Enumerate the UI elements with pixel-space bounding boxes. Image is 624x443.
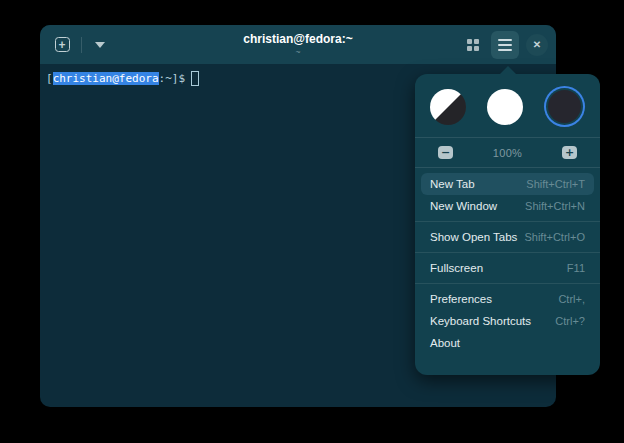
prompt-prefix: [ — [46, 72, 53, 85]
close-icon: ✕ — [533, 39, 541, 50]
menu-item-new-window[interactable]: New Window Shift+Ctrl+N — [421, 195, 594, 217]
hamburger-icon — [498, 39, 512, 41]
zoom-in-button[interactable]: + — [562, 146, 577, 159]
grid-icon — [467, 39, 472, 44]
hamburger-menu-popover: − 100% + New Tab Shift+Ctrl+T New Window… — [415, 74, 600, 375]
menu-list: New Tab Shift+Ctrl+T New Window Shift+Ct… — [415, 168, 600, 362]
style-switcher — [415, 74, 600, 137]
tab-list-chevron-button[interactable] — [95, 42, 105, 48]
prompt-selected-text: christian@fedora — [53, 72, 159, 85]
menu-item-new-tab[interactable]: New Tab Shift+Ctrl+T — [421, 173, 594, 195]
window-title: christian@fedora:~ — [243, 33, 352, 46]
titlebar: + christian@fedora:~ ~ ✕ — [40, 25, 556, 64]
menu-item-show-open-tabs[interactable]: Show Open Tabs Shift+Ctrl+O — [421, 226, 594, 248]
terminal-cursor — [191, 71, 199, 86]
menu-item-keyboard-shortcuts[interactable]: Keyboard Shortcuts Ctrl+? — [421, 310, 594, 332]
new-tab-button[interactable]: + — [50, 33, 74, 57]
separator — [415, 252, 600, 253]
follow-system-style-button[interactable] — [430, 89, 466, 125]
plus-icon: + — [565, 147, 574, 158]
menu-item-fullscreen[interactable]: Fullscreen F11 — [421, 257, 594, 279]
tab-overview-button[interactable] — [462, 34, 484, 56]
close-button[interactable]: ✕ — [526, 34, 548, 56]
light-style-button[interactable] — [487, 89, 523, 125]
menu-item-preferences[interactable]: Preferences Ctrl+, — [421, 288, 594, 310]
dark-style-button-selected[interactable] — [548, 90, 581, 123]
zoom-out-button[interactable]: − — [438, 146, 453, 159]
menu-item-about[interactable]: About — [421, 332, 594, 354]
separator — [415, 283, 600, 284]
popover-arrow — [500, 66, 516, 74]
new-tab-icon: + — [55, 37, 70, 52]
titlebar-right-controls: ✕ — [462, 31, 548, 59]
minus-icon: − — [441, 147, 450, 158]
prompt-suffix: :~]$ — [159, 72, 186, 85]
hamburger-menu-button[interactable] — [491, 31, 519, 59]
window-subtitle: ~ — [296, 47, 301, 57]
separator — [415, 221, 600, 222]
zoom-level: 100% — [493, 147, 522, 159]
zoom-controls: − 100% + — [415, 138, 600, 167]
titlebar-divider — [81, 37, 82, 53]
titlebar-left-controls: + — [50, 33, 111, 57]
